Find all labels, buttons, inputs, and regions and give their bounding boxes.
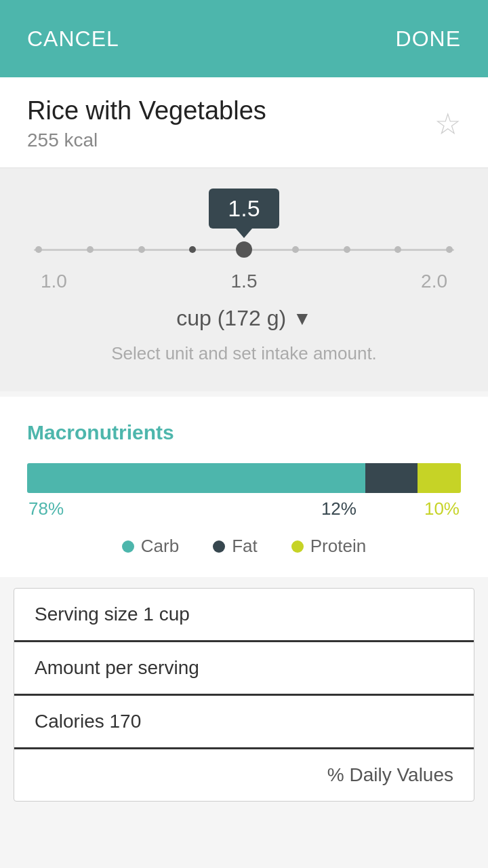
unit-label: cup (172 g) xyxy=(176,306,286,331)
bar-carb xyxy=(27,463,365,493)
slider-min-label: 1.0 xyxy=(41,271,67,292)
macro-section: Macronutrients 78% 12% 10% Carb Fat Prot… xyxy=(0,397,488,577)
serving-size-row: Serving size 1 cup xyxy=(14,589,474,642)
cancel-button[interactable]: CANCEL xyxy=(27,26,119,52)
macro-bar xyxy=(27,463,461,493)
bar-protein xyxy=(418,463,461,493)
fat-dot-icon xyxy=(213,540,225,553)
carb-label: Carb xyxy=(141,536,179,557)
food-title-section: Rice with Vegetables 255 kcal ☆ xyxy=(0,77,488,168)
amount-per-serving-row: Amount per serving xyxy=(14,642,474,696)
slider-section: 1.5 1.0 1.5 2.0 cup (172 g) ▼ Sele xyxy=(0,168,488,391)
macro-legend: Carb Fat Protein xyxy=(27,536,461,557)
slider-tooltip: 1.5 xyxy=(209,189,279,229)
slider-tooltip-wrapper: 1.5 xyxy=(34,189,454,229)
hint-text: Select unit and set intake amount. xyxy=(111,343,377,364)
slider-mid-label: 1.5 xyxy=(231,271,258,292)
slider-track-container xyxy=(34,239,454,260)
pct-carb: 78% xyxy=(28,498,64,519)
unit-dropdown-arrow-icon: ▼ xyxy=(293,308,312,330)
protein-dot-icon xyxy=(291,540,304,553)
slider-thumb[interactable] xyxy=(236,241,252,258)
food-name: Rice with Vegetables xyxy=(27,96,266,125)
nutrition-card: Serving size 1 cup Amount per serving Ca… xyxy=(14,588,474,802)
macro-bar-wrapper: 78% 12% 10% xyxy=(27,463,461,519)
macro-title: Macronutrients xyxy=(27,421,461,444)
header: CANCEL DONE xyxy=(0,0,488,77)
slider-labels: 1.0 1.5 2.0 xyxy=(34,271,454,292)
slider-max-label: 2.0 xyxy=(421,271,447,292)
bar-fat xyxy=(365,463,418,493)
unit-selector[interactable]: cup (172 g) ▼ xyxy=(176,306,312,331)
legend-carb: Carb xyxy=(122,536,179,557)
legend-fat: Fat xyxy=(213,536,258,557)
food-kcal: 255 kcal xyxy=(27,130,266,151)
pct-protein: 10% xyxy=(424,498,460,519)
fat-label: Fat xyxy=(232,536,258,557)
legend-protein: Protein xyxy=(291,536,366,557)
pct-fat-protein: 12% 10% xyxy=(321,498,460,519)
pct-fat: 12% xyxy=(321,498,357,519)
protein-label: Protein xyxy=(310,536,366,557)
food-info: Rice with Vegetables 255 kcal xyxy=(27,96,266,151)
daily-values-row: % Daily Values xyxy=(14,749,474,801)
done-button[interactable]: DONE xyxy=(396,26,461,52)
calories-row: Calories 170 xyxy=(14,696,474,749)
macro-pct-row: 78% 12% 10% xyxy=(27,498,461,519)
carb-dot-icon xyxy=(122,540,134,553)
favorite-icon[interactable]: ☆ xyxy=(434,106,461,141)
slider-track xyxy=(34,249,454,251)
